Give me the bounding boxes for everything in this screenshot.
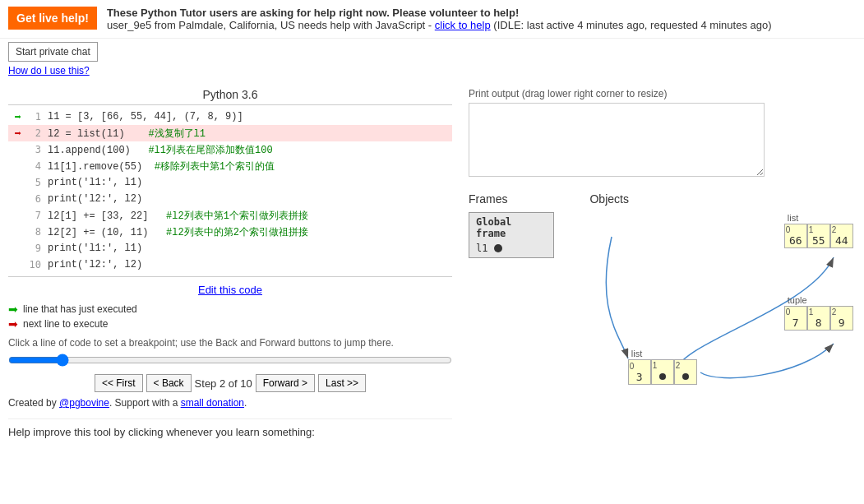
improve-text: Help improve this tool by clicking whene… <box>8 426 315 438</box>
back-button[interactable]: < Back <box>146 374 192 392</box>
edit-link-container: Edit this code <box>8 284 452 296</box>
legend-red: ➡ next line to execute <box>8 317 452 331</box>
author-link[interactable]: @pgbovine <box>59 397 109 409</box>
code-line-4[interactable]: 4 l1[1].remove(55) #移除列表中第1个索引的值 <box>8 158 452 174</box>
step-slider[interactable] <box>8 354 452 367</box>
tuple-cell-1: 1 8 <box>807 306 830 331</box>
legend-red-text: next line to execute <box>23 318 108 330</box>
linecode-8: l2[2] += (10, 11) #l2列表中的第2个索引做祖拼接 <box>48 225 308 239</box>
list-bottom-idx-0: 0 <box>630 362 635 371</box>
linecode-10: print('l2:', l2) <box>48 259 142 270</box>
global-frame-title: Global frame <box>476 216 547 239</box>
get-live-help-button[interactable]: Get live help! <box>8 7 97 30</box>
code-line-8[interactable]: 8 l2[2] += (10, 11) #l2列表中的第2个索引做祖拼接 <box>8 224 452 240</box>
tuple-cells: 0 7 1 8 2 9 <box>784 306 853 331</box>
nav-buttons: << First < Back Step 2 of 10 Forward > L… <box>8 374 452 392</box>
created-by-text: Created by <box>8 397 59 409</box>
legend-green-text: line that has just executed <box>23 303 137 315</box>
code-line-1[interactable]: ➡ 1 l1 = [3, [66, 55, 44], (7, 8, 9)] <box>8 109 452 125</box>
red-arrow-icon: ➡ <box>8 317 18 331</box>
arrows-svg <box>620 212 864 459</box>
linenum-3: 3 <box>25 144 48 155</box>
tuple-val-0: 7 <box>792 317 799 329</box>
list-bottom-cells: 0 3 1 2 <box>628 359 697 385</box>
header: Get live help! These Python Tutor users … <box>0 0 864 39</box>
tuple-cell-0: 0 7 <box>784 306 807 331</box>
tuple-val-2: 9 <box>839 317 845 329</box>
code-line-10[interactable]: 10 print('l2:', l2) <box>8 257 452 273</box>
linecode-6: print('l2:', l2) <box>48 193 142 205</box>
forward-button[interactable]: Forward > <box>256 374 315 392</box>
list-top-cell-2: 2 44 <box>830 224 853 248</box>
list-top-idx-1: 1 <box>809 225 814 234</box>
tuple-idx-2: 2 <box>832 307 837 317</box>
code-line-5[interactable]: 5 print('l1:', l1) <box>8 174 452 191</box>
frame-var-pointer-l1 <box>494 244 502 252</box>
list-top-cell-1: 1 55 <box>807 224 830 248</box>
click-to-help-link[interactable]: click to help <box>435 19 491 31</box>
list-bottom-idx-1: 1 <box>653 361 658 370</box>
linecode-1: l1 = [3, [66, 55, 44], (7, 8, 9)] <box>48 111 243 123</box>
list-top-val-0: 66 <box>789 234 802 247</box>
arrow-1: ➡ <box>8 110 25 123</box>
list-bottom-cell-1: 1 <box>651 359 674 385</box>
how-do-i-use-link[interactable]: How do I use this? <box>8 65 856 76</box>
list-top-label: list <box>784 212 853 224</box>
list-bottom-dot-1 <box>659 373 666 380</box>
linecode-2: l2 = list(l1) #浅复制了l1 <box>48 127 206 141</box>
list-bottom-cell-0: 0 3 <box>628 359 651 385</box>
legend: ➡ line that has just executed ➡ next lin… <box>8 303 452 331</box>
code-line-7[interactable]: 7 l2[1] += [33, 22] #l2列表中第1个索引做列表拼接 <box>8 207 452 224</box>
linecode-4: l1[1].remove(55) #移除列表中第1个索引的值 <box>48 160 275 173</box>
header-user-message: user_9e5 from Palmdale, California, US n… <box>107 19 772 31</box>
donate-link[interactable]: small donation <box>181 397 244 409</box>
improve-section: Help improve this tool by clicking whene… <box>8 418 452 438</box>
dot-end: . <box>244 397 247 409</box>
frame-var-l1: l1 <box>476 243 547 254</box>
code-line-2[interactable]: ➡ 2 l2 = list(l1) #浅复制了l1 <box>8 125 452 141</box>
linenum-8: 8 <box>25 226 48 238</box>
list-top-cells: 0 66 1 55 2 44 <box>784 224 853 248</box>
viz-area: Frames Objects Global frame l1 <box>469 192 864 459</box>
print-output-label: Print output (drag lower right corner to… <box>469 88 864 99</box>
tuple-cell-2: 2 9 <box>830 306 853 331</box>
support-text: . Support with a <box>109 397 181 409</box>
linecode-5: print('l1:', l1) <box>48 177 142 188</box>
linenum-10: 10 <box>25 259 48 270</box>
list-bottom-idx-2: 2 <box>676 361 681 370</box>
tuple-val-1: 8 <box>815 317 822 329</box>
list-top-cell-0: 0 66 <box>784 224 807 248</box>
code-line-6[interactable]: 6 print('l2:', l2) <box>8 191 452 207</box>
list-top-val-1: 55 <box>812 234 825 247</box>
list-top-val-2: 44 <box>835 234 848 247</box>
header-text: These Python Tutor users are asking for … <box>107 7 772 31</box>
last-button[interactable]: Last >> <box>318 374 366 392</box>
objects-label: Objects <box>589 192 628 206</box>
frame-var-name-l1: l1 <box>476 243 487 254</box>
print-output-box[interactable] <box>469 103 765 177</box>
created-by: Created by @pgbovine. Support with a sma… <box>8 397 452 409</box>
linenum-2: 2 <box>25 127 48 139</box>
code-line-3[interactable]: 3 l1.append(100) #l1列表在尾部添加数值100 <box>8 141 452 158</box>
tuple-label: tuple <box>784 294 853 306</box>
linenum-5: 5 <box>25 177 48 188</box>
list-bottom-cell-2: 2 <box>674 359 697 385</box>
edit-this-code-link[interactable]: Edit this code <box>198 284 262 296</box>
code-line-9[interactable]: 9 print('l1:', l1) <box>8 240 452 257</box>
header-bold-message: These Python Tutor users are asking for … <box>107 7 772 19</box>
linenum-9: 9 <box>25 243 48 254</box>
step-info: Step 2 of 10 <box>195 377 252 390</box>
linenum-1: 1 <box>25 111 48 123</box>
frames-objects-area: Global frame l1 <box>469 212 864 459</box>
list-bottom-label: list <box>628 348 697 359</box>
main-content: Python 3.6 ➡ 1 l1 = [3, [66, 55, 44], (7… <box>0 80 864 467</box>
list-top-idx-2: 2 <box>832 225 837 234</box>
linenum-7: 7 <box>25 210 48 221</box>
frames-label: Frames <box>469 192 507 206</box>
start-private-chat-button[interactable]: Start private chat <box>8 42 98 62</box>
list-bottom-val-0: 3 <box>636 371 643 383</box>
legend-green: ➡ line that has just executed <box>8 303 452 316</box>
first-button[interactable]: << First <box>95 374 143 392</box>
arrow-2: ➡ <box>8 127 25 140</box>
linecode-3: l1.append(100) #l1列表在尾部添加数值100 <box>48 143 273 157</box>
